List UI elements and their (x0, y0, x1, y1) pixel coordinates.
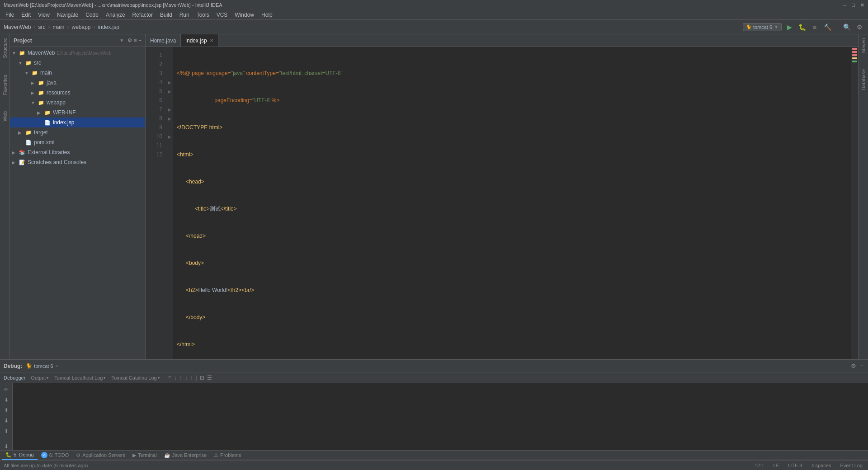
tree-item-scratches[interactable]: ▶ 📝 Scratches and Consoles (10, 157, 145, 167)
debug-tab-close[interactable]: ✕ (55, 364, 59, 368)
btn-grid[interactable]: ⊟ (199, 375, 205, 381)
tomcat-localhost-tab[interactable]: Tomcat Localhost Log ▾ (52, 375, 108, 381)
pause-btn[interactable]: ⬆ (2, 406, 11, 415)
gutter-1[interactable] (166, 51, 173, 60)
gutter-10[interactable]: ▶ (166, 132, 173, 141)
tree-item-java[interactable]: ▶ 📁 java (10, 78, 145, 88)
menu-item-tools[interactable]: Tools (193, 11, 213, 19)
run-button[interactable]: ▶ (784, 22, 794, 32)
breadcrumb-main[interactable]: main (52, 24, 64, 30)
rerun-btn[interactable]: ⬆ (2, 427, 11, 436)
favorites-tab[interactable]: Favorites (1, 71, 9, 99)
bottom-tab-problems[interactable]: ⚠ Problems (210, 450, 245, 460)
status-eventlog[interactable]: Event Log (838, 463, 864, 468)
pencil-btn[interactable]: ✏ (2, 385, 11, 394)
bookmark-btn[interactable]: ⬇ (2, 442, 11, 451)
stop-btn[interactable]: ⬇ (2, 416, 11, 425)
gutter-3[interactable] (166, 69, 173, 78)
breadcrumb-webapp[interactable]: webapp (72, 24, 91, 30)
status-position[interactable]: 12:1 (753, 463, 766, 468)
bottom-tab-appservers[interactable]: ⚙ Application Servers (72, 450, 129, 460)
bottom-tab-todo[interactable]: ✓ 6: TODO (38, 450, 73, 460)
database-tab[interactable]: Database (859, 66, 868, 94)
error-mark-4[interactable] (852, 57, 857, 59)
tree-item-src[interactable]: ▼ 📁 src (10, 58, 145, 68)
bottom-tab-terminal[interactable]: ▶ Terminal (129, 450, 160, 460)
debug-minimize-icon[interactable]: − (859, 362, 864, 369)
gutter-2[interactable] (166, 60, 173, 69)
run-config[interactable]: 🐈 tomcat 6 ▼ (743, 23, 782, 31)
status-lineending[interactable]: LF (771, 463, 781, 468)
tree-item-pomxml[interactable]: 📄 pom.xml (10, 137, 145, 147)
btn-align[interactable]: ≡ (167, 375, 172, 381)
gutter-11[interactable] (166, 141, 173, 150)
tree-item-resources[interactable]: ▶ 📁 resources (10, 88, 145, 98)
structure-tab[interactable]: Structure (1, 34, 9, 62)
btn-step-out[interactable]: ↑ (189, 375, 194, 381)
minimize-btn[interactable]: ─ (843, 2, 847, 8)
bottom-tab-debug[interactable]: 🐛 5: Debug (2, 450, 38, 460)
tree-item-target[interactable]: ▶ 📁 target (10, 127, 145, 137)
debug-settings-icon[interactable]: ⚙ (850, 362, 857, 369)
gutter-12[interactable] (166, 150, 173, 159)
error-mark-5[interactable] (852, 61, 857, 62)
menu-item-refactor[interactable]: Refactor (129, 11, 156, 19)
web-tab[interactable]: Web (1, 108, 9, 125)
menu-item-help[interactable]: Help (258, 11, 276, 19)
tab-close-indexjsp[interactable]: ✕ (210, 38, 213, 43)
menu-item-code[interactable]: Code (82, 11, 102, 19)
menu-item-run[interactable]: Run (176, 11, 193, 19)
bottom-tab-javaenterprise[interactable]: ☕ Java Enterprise (160, 450, 210, 460)
status-indent[interactable]: 4 spaces (809, 463, 833, 468)
settings-btn[interactable]: ⚙ (854, 22, 864, 32)
gutter-5[interactable]: ▶ (166, 87, 173, 96)
tree-item-main[interactable]: ▼ 📁 main (10, 68, 145, 78)
menu-item-window[interactable]: Window (231, 11, 258, 19)
menu-item-build[interactable]: Build (156, 11, 176, 19)
minimize-panel-icon[interactable]: − (139, 38, 142, 43)
tree-item-webapp[interactable]: ▼ 📁 webapp (10, 98, 145, 108)
output-tab[interactable]: Output ▾ (29, 375, 51, 381)
gutter-8[interactable]: ▶ (166, 114, 173, 123)
code-content[interactable]: <%@ page language="java" contentType="te… (173, 47, 851, 359)
tree-item-webinf[interactable]: ▶ 📁 WEB-INF (10, 108, 145, 118)
tab-homejava[interactable]: Home.java (146, 34, 181, 47)
debug-active-tab[interactable]: tomcat 6 (34, 363, 53, 369)
gutter-6[interactable] (166, 96, 173, 105)
menu-item-view[interactable]: View (34, 11, 53, 19)
btn-step-in[interactable]: ↓ (184, 375, 189, 381)
stop-button[interactable]: ■ (810, 22, 820, 32)
menu-item-analyze[interactable]: Analyze (102, 11, 129, 19)
error-mark-3[interactable] (852, 54, 857, 56)
menu-item-edit[interactable]: Edit (18, 11, 34, 19)
breadcrumb-file[interactable]: index.jsp (98, 24, 119, 30)
debugger-tab[interactable]: Debugger (2, 375, 27, 381)
gutter-9[interactable] (166, 123, 173, 132)
project-dropdown-icon[interactable]: ▼ (119, 38, 124, 43)
error-mark-1[interactable] (852, 48, 857, 50)
tomcat-catalina-tab[interactable]: Tomcat Catalina Log ▾ (109, 375, 161, 381)
build-button[interactable]: 🔨 (822, 22, 832, 32)
menu-item-vcs[interactable]: VCS (213, 11, 231, 19)
search-btn[interactable]: 🔍 (842, 22, 852, 32)
maximize-btn[interactable]: □ (852, 2, 855, 8)
close-btn[interactable]: ✕ (860, 2, 864, 8)
status-encoding[interactable]: UTF-8 (786, 463, 804, 468)
sync-icon[interactable]: ⚙ (127, 38, 132, 43)
tree-item-extlibs[interactable]: ▶ 📚 External Libraries (10, 147, 145, 157)
gutter-4[interactable]: ▶ (166, 78, 173, 87)
breadcrumb-project[interactable]: MavenWeb (4, 24, 31, 30)
btn-list[interactable]: ☰ (206, 375, 213, 381)
debug-button[interactable]: 🐛 (797, 22, 807, 32)
btn-up[interactable]: ↑ (179, 375, 183, 381)
tree-item-mavenwebroot[interactable]: ▼ 📁 MavenWeb E:\IdeaProjects\MavenWeb (10, 48, 145, 58)
menu-item-file[interactable]: File (2, 11, 18, 19)
error-mark-2[interactable] (852, 51, 857, 53)
settings-icon[interactable]: ≡ (134, 38, 137, 43)
tree-item-indexjsp[interactable]: 📄 index.jsp (10, 118, 145, 127)
maven-tab[interactable]: Maven (859, 34, 868, 56)
breadcrumb-src[interactable]: src (38, 24, 45, 30)
gutter-7[interactable]: ▶ (166, 105, 173, 114)
tab-indexjsp[interactable]: index.jsp ✕ (181, 34, 218, 47)
menu-item-navigate[interactable]: Navigate (53, 11, 82, 19)
